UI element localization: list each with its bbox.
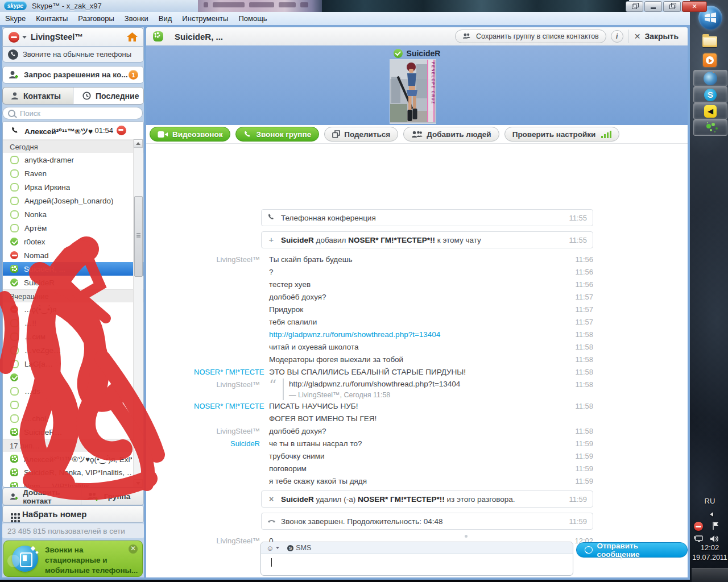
contact-row[interactable]: Nom…, VIP*Inalitis	[3, 479, 143, 488]
message-composer[interactable]: ☺ S SMS	[260, 542, 573, 576]
contact-row[interactable]: Андрей(Joseph_Lonardo)	[3, 194, 143, 207]
menu-item[interactable]: Разговоры	[73, 14, 119, 23]
menu-item[interactable]: Вид	[154, 14, 177, 23]
contact-row[interactable]: Ирка Иркина	[3, 180, 143, 194]
user-status-bar[interactable]: LivingSteel™	[2, 27, 144, 46]
sidebar-tabs: Контакты Последние	[2, 87, 144, 105]
add-contact-button[interactable]: Добавить контакт	[3, 488, 81, 505]
restore-button[interactable]	[663, 1, 681, 12]
contact-row[interactable]: SuicideR, Nonka, VIP*Inalitis, …	[3, 465, 143, 479]
call-phones-row[interactable]: Звоните на обычные телефоны	[2, 46, 144, 63]
tray-skype-status-icon[interactable]	[694, 522, 703, 531]
event-text: SuicideR добавил NOSER* ГМ!*ТЕСТЕР*!! к …	[276, 236, 561, 244]
minimize-button[interactable]	[644, 1, 662, 12]
tab-recent[interactable]: Последние	[73, 87, 144, 105]
contact-row[interactable]: Артём	[3, 221, 143, 235]
chat-panel: SuicideR, ... Сохранить группу в списке …	[146, 27, 688, 577]
dial-number-button[interactable]: Набрать номер	[2, 505, 144, 523]
show-desktop-button[interactable]	[692, 568, 728, 582]
contact-row[interactable]	[3, 371, 143, 384]
taskbar-yellow-app-button[interactable]: ◀	[693, 103, 727, 119]
sms-label[interactable]: SMS	[296, 544, 311, 552]
group-icon	[462, 33, 473, 40]
message-author	[194, 450, 264, 463]
contact-row[interactable]: r0otex	[3, 235, 143, 248]
language-indicator[interactable]: RU	[692, 497, 728, 505]
contact-row[interactable]: Алексей²⁰¹¹™®ツ♥ϙ(•̀‿•́)я, Exl*MrNo…	[3, 452, 143, 465]
tab-contacts[interactable]: Контакты	[2, 87, 73, 105]
action-center-flag-icon[interactable]	[711, 521, 720, 530]
toolbar-signal-button[interactable]: Проверить настройки	[504, 127, 620, 142]
contact-row[interactable]: …сим	[3, 330, 143, 343]
auth-request-card[interactable]: Запрос разрешения на ко... 1	[2, 66, 144, 84]
taskbar-green-app-button[interactable]	[693, 119, 727, 136]
message-text: долбоёб дохуя?	[269, 291, 567, 304]
contact-row[interactable]: …ds	[3, 384, 143, 398]
show-hidden-icons-button[interactable]	[709, 512, 713, 517]
pinned-call-row[interactable]: Алексей²⁰¹¹™®ツ♥ϙ(•̀‿•́)... 01:54	[3, 122, 143, 140]
save-group-button[interactable]: Сохранить группу в списке контактов	[455, 30, 606, 43]
contact-row[interactable]: SuicideR…	[3, 425, 143, 439]
status-dropdown-caret[interactable]	[22, 36, 27, 39]
emoticon-dropdown-caret[interactable]	[276, 547, 279, 549]
taskbar-skype-button[interactable]: S	[693, 86, 727, 103]
contact-row[interactable]: …veZge…	[3, 343, 143, 357]
event-row: Звонок завершен. Продолжительность: 04:4…	[261, 513, 593, 530]
taskbar-firefox-button[interactable]	[693, 70, 727, 86]
menu-item[interactable]: Помощь	[233, 14, 272, 23]
clock-date[interactable]: 19.07.2011	[692, 554, 728, 562]
promo-banner[interactable]: Звонки на стационарные и мобильные телеф…	[3, 541, 143, 577]
message-input[interactable]	[261, 554, 573, 575]
speech-bubble-icon	[585, 546, 593, 554]
contact-row[interactable]: anytka-dramer	[3, 153, 143, 167]
contact-row[interactable]: LaG[а…	[3, 357, 143, 371]
message-author	[194, 463, 264, 475]
contact-row[interactable]: …!!	[3, 316, 143, 330]
composer-drag-handle[interactable]	[465, 535, 468, 538]
search-input[interactable]	[2, 107, 143, 119]
sms-icon[interactable]: S	[287, 545, 293, 551]
toolbar-share-button[interactable]: Поделиться	[324, 127, 398, 142]
scroll-down-button[interactable]	[134, 479, 143, 488]
contacts-scrollbar[interactable]	[133, 139, 143, 488]
volume-tray-icon[interactable]	[710, 534, 719, 543]
home-icon[interactable]	[127, 32, 138, 42]
toolbar-people-button[interactable]: Добавить людей	[403, 127, 499, 142]
network-tray-icon[interactable]	[694, 534, 704, 543]
compact-view-button[interactable]	[626, 1, 643, 12]
clock-time[interactable]: 12:02	[692, 543, 728, 552]
create-group-button[interactable]: Группа	[81, 488, 143, 505]
contact-row[interactable]: SuicideR	[3, 276, 143, 289]
taskbar-media-player-button[interactable]	[703, 53, 717, 67]
menu-item[interactable]: Звонки	[119, 14, 154, 23]
emoticon-icon[interactable]: ☺	[266, 544, 274, 552]
close-button[interactable]: ✕	[682, 1, 707, 12]
send-message-button[interactable]: Отправить сообщение	[576, 542, 688, 558]
info-button[interactable]: i	[611, 30, 623, 43]
scrollbar-thumb[interactable]	[134, 196, 143, 277]
toolbar-phone-button[interactable]: Звонок группе	[235, 127, 319, 142]
close-conversation-button[interactable]: ✕ Закрыть	[634, 32, 679, 41]
toolbar-video-button[interactable]: Видеозвонок	[150, 127, 230, 142]
contact-row[interactable]	[3, 398, 143, 411]
taskbar-explorer-button[interactable]	[702, 36, 717, 47]
window-titlebar[interactable]: skype Skype™ - x_zak_x97 ✕	[0, 0, 690, 13]
contact-row[interactable]: …ϙ(•̀‿•́)я	[3, 302, 143, 316]
contact-row-selected[interactable]: SuicideR, ...	[3, 262, 144, 276]
message-link[interactable]: http://gladpwnz.ru/forum/showthread.php?…	[269, 330, 440, 339]
menu-item[interactable]: Инструменты	[177, 14, 233, 23]
scroll-up-button[interactable]	[134, 139, 143, 148]
green-dots-icon	[706, 124, 711, 128]
message-time: 11:56	[567, 266, 593, 278]
menu-item[interactable]: Контакты	[31, 14, 73, 23]
online-status-icon	[10, 373, 18, 381]
menu-item[interactable]: Skype	[0, 14, 31, 23]
contact-row[interactable]: Nonka	[3, 207, 143, 221]
message-body: трубочку сними	[264, 450, 567, 463]
user-status-dnd-icon[interactable]	[9, 32, 19, 43]
promo-close-icon[interactable]: ✕	[129, 544, 138, 554]
contact-row[interactable]: Raven	[3, 167, 143, 180]
contact-name: SuicideR	[24, 278, 55, 287]
contact-row[interactable]: …chol	[3, 411, 143, 425]
contact-row[interactable]: Nomad	[3, 248, 143, 262]
